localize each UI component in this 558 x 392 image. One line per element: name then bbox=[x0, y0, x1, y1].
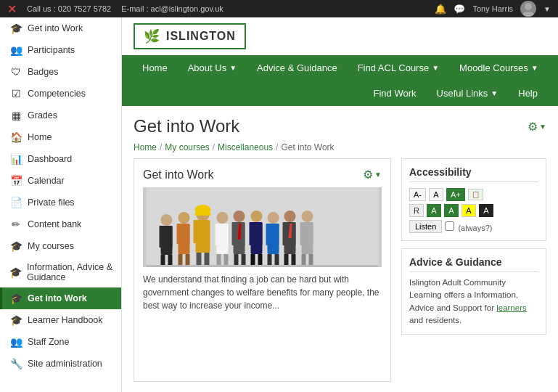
course-block-title-row: Get into Work ⚙ ▼ bbox=[143, 168, 382, 181]
sidebar-icon: ☑ bbox=[9, 88, 22, 99]
sidebar-item-badges[interactable]: 🛡 Badges bbox=[0, 61, 121, 83]
svg-point-29 bbox=[234, 211, 245, 222]
close-icon[interactable]: ✕ bbox=[7, 2, 17, 16]
logo-icon: 🌿 bbox=[144, 28, 160, 44]
sidebar-item-competencies[interactable]: ☑ Competencies bbox=[0, 83, 121, 105]
svg-rect-7 bbox=[161, 255, 165, 266]
call-info: Call us : 020 7527 5782 bbox=[27, 4, 111, 13]
user-avatar bbox=[520, 1, 536, 17]
sidebar-item-private-files[interactable]: 📄 Private files bbox=[0, 192, 121, 213]
color-yellow-button[interactable]: A bbox=[461, 204, 476, 217]
course-settings-button[interactable]: ⚙ ▼ bbox=[363, 168, 382, 181]
svg-rect-50 bbox=[283, 222, 287, 245]
nav-find-work[interactable]: Find Work bbox=[365, 81, 425, 106]
chevron-down-icon: ▼ bbox=[491, 89, 498, 97]
nav-about-us[interactable]: About Us ▼ bbox=[179, 55, 245, 81]
sidebar-icon: 🎓 bbox=[9, 23, 22, 34]
info-icon: 🎓 bbox=[9, 266, 22, 278]
settings-arrow: ▼ bbox=[374, 171, 382, 179]
chat-icon[interactable]: 💬 bbox=[454, 4, 465, 15]
nav-home[interactable]: Home bbox=[134, 55, 176, 81]
svg-rect-5 bbox=[160, 226, 164, 248]
page-title-row: Get into Work ⚙ ▼ bbox=[134, 116, 546, 136]
sidebar-label: Content bank bbox=[28, 219, 81, 229]
nav-moodle[interactable]: Moodle Courses ▼ bbox=[451, 55, 547, 81]
calendar-icon: 📅 bbox=[9, 175, 22, 187]
svg-rect-34 bbox=[242, 254, 246, 266]
sidebar-item-home[interactable]: 🏠 Home bbox=[0, 126, 121, 148]
font-size-row: A- A A+ 📋 bbox=[409, 188, 538, 201]
nav-label: About Us bbox=[188, 62, 226, 73]
color-normal-button[interactable]: A bbox=[427, 204, 441, 217]
sidebar-item-grades[interactable]: ▦ Grades bbox=[0, 105, 121, 126]
nav-help[interactable]: Help bbox=[509, 81, 546, 106]
courses-icon: 🎓 bbox=[9, 240, 22, 252]
user-dropdown-icon[interactable]: ▼ bbox=[543, 5, 551, 13]
sidebar-item-get-into-work-active[interactable]: 🎓 Get into Work bbox=[0, 287, 121, 309]
sidebar-item-participants[interactable]: 👥 Participants bbox=[0, 39, 121, 61]
svg-rect-6 bbox=[168, 226, 173, 248]
active-icon: 🎓 bbox=[9, 293, 22, 304]
svg-rect-33 bbox=[234, 254, 239, 266]
sidebar-item-information[interactable]: 🎓 Information, Advice & Guidance bbox=[0, 257, 121, 287]
svg-point-23 bbox=[217, 212, 229, 224]
sidebar-icon: 👥 bbox=[9, 44, 22, 56]
page-settings-button[interactable]: ⚙ ▼ bbox=[528, 120, 546, 134]
font-reset-button[interactable]: A bbox=[429, 188, 443, 201]
svg-point-42 bbox=[268, 212, 279, 224]
user-name: Tony Harris bbox=[472, 4, 513, 13]
color-dark-button[interactable]: A bbox=[479, 204, 493, 217]
color-highlight-button[interactable]: A bbox=[444, 204, 459, 217]
sidebar-item-calendar[interactable]: 📅 Calendar bbox=[0, 170, 121, 192]
sidebar-item-my-courses[interactable]: 🎓 My courses bbox=[0, 235, 121, 257]
notification-icon[interactable]: 🔔 bbox=[435, 4, 446, 15]
sidebar-item-site-admin[interactable]: 🔧 Site administration bbox=[0, 353, 121, 375]
svg-point-0 bbox=[525, 3, 532, 10]
nav-useful-links[interactable]: Useful Links ▼ bbox=[428, 81, 507, 106]
sidebar-icon: 🛡 bbox=[9, 66, 22, 78]
svg-rect-26 bbox=[224, 224, 229, 245]
breadcrumb-miscellaneous[interactable]: Miscellaneous bbox=[218, 142, 273, 152]
advice-text: Islington Adult Community Learning offer… bbox=[409, 277, 538, 327]
svg-rect-41 bbox=[258, 254, 263, 266]
svg-rect-8 bbox=[168, 255, 173, 266]
reset-button[interactable]: 📋 bbox=[468, 189, 483, 200]
sidebar-item-content-bank[interactable]: ✏ Content bank bbox=[0, 213, 121, 235]
svg-point-48 bbox=[284, 211, 296, 222]
accessibility-block: Accessibility A- A A+ 📋 R A A A A bbox=[401, 158, 546, 241]
svg-rect-52 bbox=[284, 254, 289, 266]
sidebar-icon: ▦ bbox=[9, 110, 22, 121]
font-increase-button[interactable]: A+ bbox=[446, 188, 465, 201]
nav-advice[interactable]: Advice & Guidance bbox=[248, 55, 346, 81]
sidebar-item-get-into-work-1[interactable]: 🎓 Get into Work bbox=[0, 17, 121, 39]
nav-find-acl[interactable]: Find ACL Course ▼ bbox=[349, 55, 448, 81]
sidebar-label: Competencies bbox=[28, 89, 86, 99]
color-reset-button[interactable]: R bbox=[409, 204, 424, 217]
svg-rect-39 bbox=[258, 222, 263, 245]
svg-rect-11 bbox=[177, 224, 181, 244]
listen-button[interactable]: Listen bbox=[409, 220, 442, 233]
svg-point-1 bbox=[522, 12, 534, 17]
breadcrumb: Home / My courses / Miscellaneous / Get … bbox=[134, 142, 546, 152]
svg-rect-45 bbox=[275, 224, 279, 245]
svg-rect-51 bbox=[292, 222, 296, 245]
breadcrumb-my-courses[interactable]: My courses bbox=[165, 142, 209, 152]
side-block: Accessibility A- A A+ 📋 R A A A A bbox=[401, 158, 546, 382]
sidebar-item-dashboard[interactable]: 📊 Dashboard bbox=[0, 148, 121, 170]
svg-rect-17 bbox=[194, 220, 199, 243]
breadcrumb-home[interactable]: Home bbox=[134, 142, 157, 152]
advice-block: Advice & Guidance Islington Adult Commun… bbox=[401, 248, 546, 335]
chevron-down-icon: ▼ bbox=[432, 64, 439, 72]
font-decrease-button[interactable]: A- bbox=[409, 188, 426, 201]
svg-rect-40 bbox=[251, 254, 255, 266]
sidebar-item-staff-zone[interactable]: 👥 Staff Zone bbox=[0, 331, 121, 353]
page-content: Get into Work ⚙ ▼ Home / My courses / Mi… bbox=[122, 106, 558, 392]
breadcrumb-current: Get into Work bbox=[281, 142, 334, 152]
sidebar-item-learner-handbook[interactable]: 🎓 Learner Handbook bbox=[0, 309, 121, 331]
chevron-down-icon: ▼ bbox=[229, 64, 237, 72]
nav-label: Advice & Guidance bbox=[257, 62, 337, 73]
sidebar-label: Home bbox=[28, 132, 52, 142]
handbook-icon: 🎓 bbox=[9, 314, 22, 326]
always-checkbox[interactable] bbox=[445, 221, 454, 231]
pencil-icon: ✏ bbox=[9, 219, 22, 230]
